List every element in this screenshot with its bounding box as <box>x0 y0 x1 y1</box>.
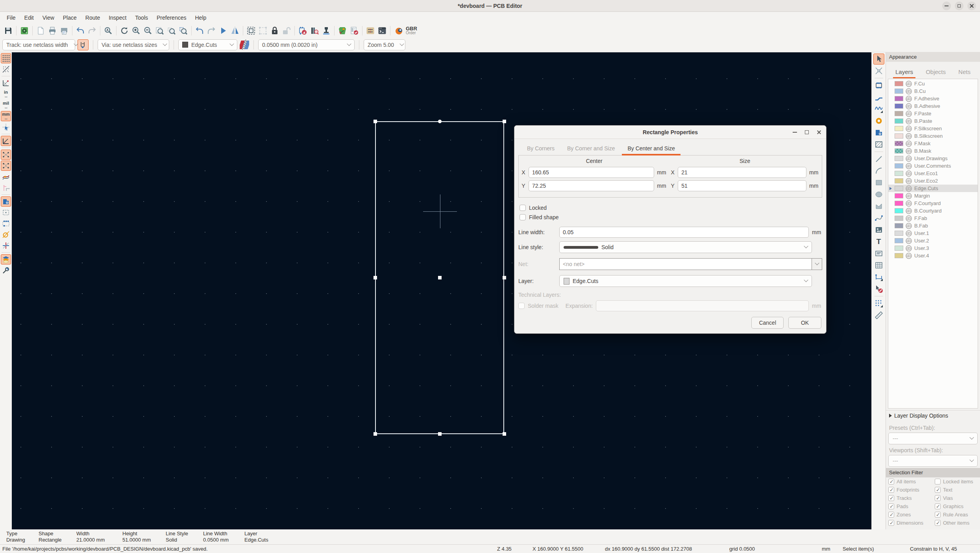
layer-color-swatch[interactable] <box>895 148 903 154</box>
find-button[interactable] <box>102 25 114 37</box>
layer-row[interactable]: B.Courtyard <box>888 207 978 215</box>
tab-nets[interactable]: Nets <box>956 68 973 78</box>
layer-row[interactable]: User.Eco2 <box>888 177 978 185</box>
draw-polygon-tool[interactable] <box>873 201 884 212</box>
units-inches-toggle[interactable]: in↔ <box>1 89 11 99</box>
layer-row[interactable]: B.Mask <box>888 147 978 155</box>
layer-color-swatch[interactable] <box>895 141 903 146</box>
menu-place[interactable]: Place <box>59 12 81 24</box>
titlebar[interactable]: *devboard — PCB Editor <box>0 0 980 12</box>
delete-tool[interactable] <box>873 283 884 294</box>
tab-by-corner-and-size[interactable]: By Corner and Size <box>562 145 620 155</box>
zone-fracture-toggle[interactable] <box>1 218 11 229</box>
unlock-button[interactable] <box>281 25 292 37</box>
visibility-eye-icon[interactable] <box>906 111 912 117</box>
draw-bezier-tool[interactable] <box>873 213 884 224</box>
filter-checkbox[interactable] <box>888 479 894 485</box>
filter-checkbox[interactable] <box>888 520 894 526</box>
add-image-tool[interactable] <box>873 224 884 235</box>
center-y-input[interactable]: 72.25 <box>529 180 654 191</box>
zoom-out-button[interactable] <box>142 25 154 37</box>
visibility-eye-icon[interactable] <box>906 126 912 132</box>
filter-checkbox[interactable] <box>935 520 941 526</box>
filter-checkbox[interactable] <box>935 495 941 501</box>
tab-by-center-and-size[interactable]: By Center and Size <box>622 145 680 155</box>
visibility-eye-icon[interactable] <box>906 215 912 222</box>
drill-placement-button[interactable] <box>320 25 332 37</box>
zoom-to-fit-button[interactable] <box>154 25 166 37</box>
gbr-order-button[interactable]: GBROrder <box>392 25 420 37</box>
layer-row[interactable]: B.Cu <box>888 87 978 95</box>
active-layer-dropdown[interactable]: Edge.Cuts <box>178 39 237 50</box>
layer-row[interactable]: User.Eco1 <box>888 170 978 177</box>
visibility-eye-icon[interactable] <box>906 96 912 102</box>
ok-button[interactable]: OK <box>788 317 821 329</box>
group-button[interactable] <box>245 25 257 37</box>
grid-size-dropdown[interactable]: 0.0500 mm (0.0020 in) <box>258 39 355 50</box>
layer-color-swatch[interactable] <box>895 171 903 176</box>
visibility-eye-icon[interactable] <box>906 245 912 252</box>
plot-button[interactable] <box>58 25 70 37</box>
visibility-eye-icon[interactable] <box>906 133 912 139</box>
layer-row[interactable]: F.Adhesive <box>888 95 978 102</box>
minimize-button[interactable] <box>942 2 951 10</box>
mirror-button[interactable] <box>229 25 241 37</box>
switch-to-schematic-button[interactable] <box>364 25 376 37</box>
library-browser-button[interactable] <box>309 25 320 37</box>
units-mils-toggle[interactable]: mil↔ <box>1 100 11 110</box>
zone-outline-toggle[interactable] <box>1 207 11 218</box>
route-tracks-tool[interactable] <box>873 92 884 103</box>
refresh-button[interactable] <box>118 25 130 37</box>
filter-checkbox[interactable] <box>888 503 894 509</box>
constrain-45-toggle[interactable] <box>1 136 11 146</box>
layer-color-swatch[interactable] <box>895 246 903 251</box>
menu-edit[interactable]: Edit <box>20 12 38 24</box>
add-text-tool[interactable]: T <box>873 236 884 247</box>
filter-checkbox[interactable] <box>935 487 941 493</box>
layer-color-swatch[interactable] <box>895 156 903 161</box>
size-x-input[interactable]: 21 <box>678 167 806 178</box>
page-settings-button[interactable] <box>35 25 46 37</box>
layer-row[interactable]: F.Cu <box>888 80 978 87</box>
menu-view[interactable]: View <box>38 12 59 24</box>
layer-color-swatch[interactable] <box>895 238 903 243</box>
ratsnest-visibility-toggle[interactable] <box>1 150 11 160</box>
layer-row[interactable]: B.Paste <box>888 117 978 125</box>
tab-by-corners[interactable]: By Corners <box>521 145 560 155</box>
layer-row[interactable]: B.Fab <box>888 222 978 229</box>
measure-tool[interactable] <box>873 310 884 321</box>
dialog-close-button[interactable] <box>817 130 821 135</box>
layer-row[interactable]: User.1 <box>888 229 978 237</box>
net-combo[interactable]: <no net> <box>559 258 812 270</box>
pad-sketch-toggle[interactable] <box>1 229 11 240</box>
layer-display-options-expander[interactable]: Layer Display Options <box>886 410 980 420</box>
grid-origin-tool[interactable] <box>873 298 884 309</box>
layer-row[interactable]: User.4 <box>888 252 978 259</box>
net-combo-dropdown-button[interactable] <box>812 258 822 270</box>
local-ratsnest-tool[interactable] <box>873 65 884 76</box>
filter-checkbox[interactable] <box>935 479 941 485</box>
handle-center[interactable] <box>438 276 442 279</box>
polar-coordinates-toggle[interactable] <box>1 78 11 88</box>
locked-checkbox[interactable] <box>520 205 526 211</box>
draw-arc-tool[interactable] <box>873 165 884 176</box>
dialog-titlebar[interactable]: Rectangle Properties <box>514 126 826 139</box>
flip-button[interactable] <box>217 25 229 37</box>
handle-top-center[interactable] <box>438 120 442 123</box>
visibility-eye-icon[interactable] <box>906 223 912 229</box>
layer-row[interactable]: F.Mask <box>888 140 978 147</box>
layer-row[interactable]: Margin <box>888 192 978 200</box>
zoom-to-objects-button[interactable] <box>166 25 178 37</box>
layer-color-swatch[interactable] <box>895 208 903 213</box>
tune-length-tool[interactable] <box>873 104 884 115</box>
drc-button[interactable] <box>348 25 360 37</box>
visibility-eye-icon[interactable] <box>906 193 912 199</box>
presets-dropdown[interactable]: --- <box>888 433 978 444</box>
visibility-eye-icon[interactable] <box>906 141 912 147</box>
rotate-ccw-button[interactable] <box>194 25 205 37</box>
add-footprint-tool[interactable] <box>873 80 884 91</box>
layer-row[interactable]: F.Fab <box>888 215 978 222</box>
restore-button[interactable] <box>955 2 963 10</box>
appearance-manager-toggle[interactable] <box>1 254 11 264</box>
grid-overrides-toggle[interactable] <box>1 64 11 74</box>
